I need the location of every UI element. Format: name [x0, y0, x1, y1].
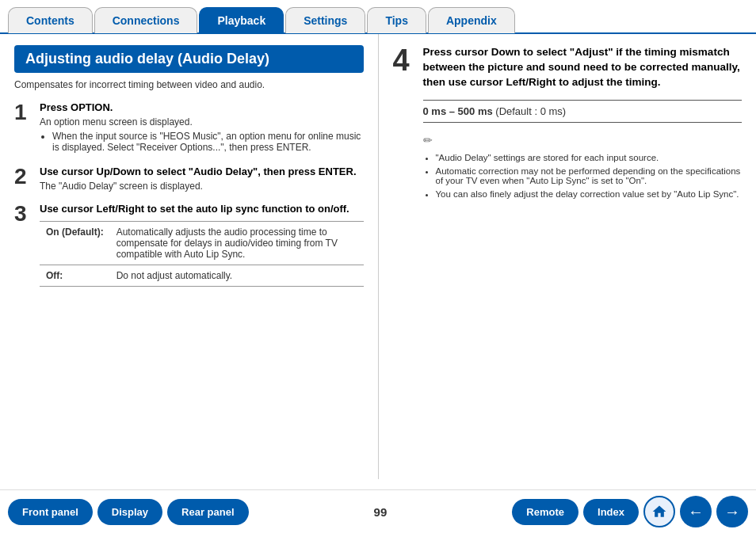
- page-title: Adjusting audio delay (Audio Delay): [14, 45, 364, 73]
- range-main: 0 ms – 500 ms: [423, 105, 493, 117]
- right-column: 4 Press cursor Down to select "Adjust" i…: [379, 34, 757, 479]
- tab-settings[interactable]: Settings: [285, 7, 365, 33]
- step-1-content: Press OPTION. An option menu screen is d…: [40, 101, 364, 154]
- step-4: 4 Press cursor Down to select "Adjust" i…: [393, 45, 743, 203]
- step-1-number: 1: [14, 101, 32, 154]
- back-arrow-icon: ←: [688, 503, 704, 521]
- step-1-bullets: When the input source is "HEOS Music", a…: [40, 131, 364, 153]
- table-cell-on-label: On (Default):: [40, 222, 110, 265]
- table-cell-off-label: Off:: [40, 265, 110, 287]
- table-row-off: Off: Do not adjust automatically.: [40, 265, 364, 287]
- step-2-title: Use cursor Up/Down to select "Audio Dela…: [40, 166, 364, 177]
- display-button[interactable]: Display: [97, 499, 162, 525]
- notes-list: "Audio Delay" settings are stored for ea…: [423, 153, 743, 199]
- step-3-content: Use cursor Left/Right to set the auto li…: [40, 203, 364, 287]
- home-button[interactable]: [643, 496, 675, 527]
- front-panel-button[interactable]: Front panel: [8, 499, 93, 525]
- step-4-number: 4: [393, 45, 415, 203]
- option-table: On (Default): Automatically adjusts the …: [40, 221, 364, 287]
- step-3: 3 Use cursor Left/Right to set the auto …: [14, 203, 364, 287]
- table-cell-on-desc: Automatically adjusts the audio processi…: [110, 222, 364, 265]
- forward-button[interactable]: →: [716, 496, 748, 527]
- step-2-content: Use cursor Up/Down to select "Audio Dela…: [40, 166, 364, 192]
- bottom-nav: Front panel Display Rear panel 99 Remote…: [0, 489, 756, 533]
- home-icon: [651, 504, 667, 520]
- step-4-title: Press cursor Down to select "Adjust" if …: [423, 45, 743, 90]
- step-1-desc: An option menu screen is displayed.: [40, 116, 364, 128]
- page-number: 99: [374, 505, 388, 519]
- table-row-on: On (Default): Automatically adjusts the …: [40, 222, 364, 265]
- step-3-title: Use cursor Left/Right to set the auto li…: [40, 203, 364, 215]
- table-cell-off-desc: Do not adjust automatically.: [110, 265, 364, 287]
- left-column: Adjusting audio delay (Audio Delay) Comp…: [0, 34, 379, 479]
- remote-button[interactable]: Remote: [512, 499, 578, 525]
- content-area: Adjusting audio delay (Audio Delay) Comp…: [0, 34, 756, 479]
- bottom-right-buttons: Remote Index ← →: [512, 496, 748, 527]
- step-4-content: Press cursor Down to select "Adjust" if …: [423, 45, 743, 203]
- step-2: 2 Use cursor Up/Down to select "Audio De…: [14, 166, 364, 192]
- range-bar: 0 ms – 500 ms (Default : 0 ms): [423, 100, 743, 123]
- tab-appendix[interactable]: Appendix: [428, 7, 515, 33]
- tabs-bar: Contents Connections Playback Settings T…: [0, 0, 756, 34]
- forward-arrow-icon: →: [724, 503, 740, 521]
- step-2-desc: The "Audio Delay" screen is displayed.: [40, 181, 364, 192]
- index-button[interactable]: Index: [583, 499, 639, 525]
- tab-contents[interactable]: Contents: [8, 7, 93, 33]
- step-1: 1 Press OPTION. An option menu screen is…: [14, 101, 364, 154]
- bottom-left-buttons: Front panel Display Rear panel: [8, 499, 249, 525]
- tab-tips[interactable]: Tips: [367, 7, 426, 33]
- rear-panel-button[interactable]: Rear panel: [167, 499, 248, 525]
- pencil-icon: ✏: [423, 134, 433, 147]
- note-3: You can also finely adjust the delay cor…: [436, 189, 743, 199]
- note-2: Automatic correction may not be performe…: [436, 166, 743, 185]
- tab-playback[interactable]: Playback: [199, 7, 284, 33]
- note-1: "Audio Delay" settings are stored for ea…: [436, 153, 743, 162]
- tab-connections[interactable]: Connections: [94, 7, 198, 33]
- step-3-number: 3: [14, 203, 32, 287]
- step-1-title: Press OPTION.: [40, 101, 364, 113]
- back-button[interactable]: ←: [680, 496, 712, 527]
- step-2-number: 2: [14, 166, 32, 192]
- step-1-bullet-1: When the input source is "HEOS Music", a…: [52, 131, 364, 153]
- subtitle: Compensates for incorrect timing between…: [14, 79, 364, 90]
- range-default: (Default : 0 ms): [493, 105, 566, 117]
